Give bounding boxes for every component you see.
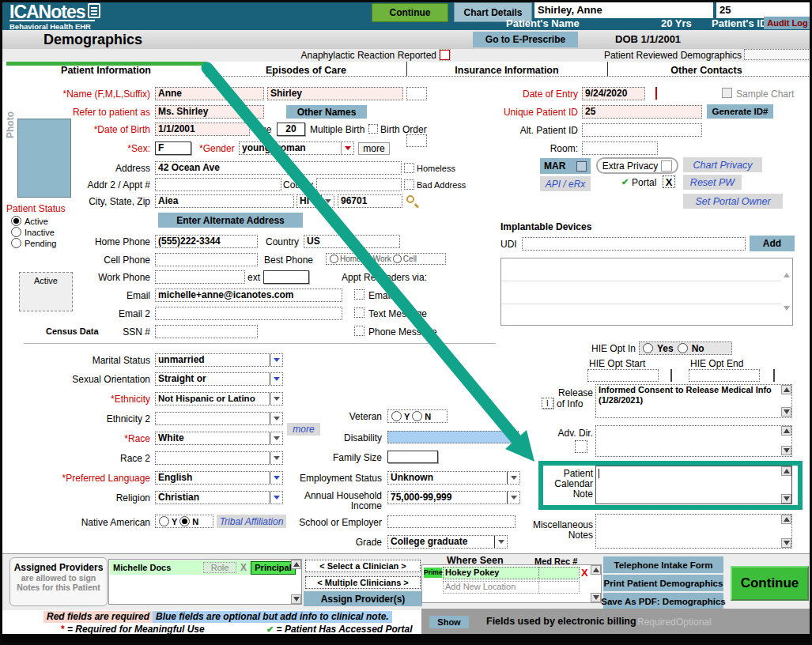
email-field[interactable]: michelle+anne@icanotes.com	[155, 289, 342, 302]
reviewed-field[interactable]	[744, 49, 810, 60]
religion-dropdown[interactable]: Christian	[155, 491, 283, 504]
race-dropdown[interactable]: White	[155, 432, 283, 445]
radio-active[interactable]	[11, 216, 21, 226]
scroll-up-icon[interactable]	[781, 515, 791, 524]
tab-other-contacts[interactable]: Other Contacts	[607, 65, 806, 76]
calendar-icon[interactable]	[655, 87, 657, 100]
eprescribe-button[interactable]: Go to E-Prescribe	[473, 32, 578, 47]
reminder-phone-checkbox[interactable]	[354, 326, 364, 336]
chevron-down-icon[interactable]	[270, 354, 282, 366]
income-dropdown[interactable]: 75,000-99,999	[387, 491, 520, 504]
zip-search-icon[interactable]	[406, 195, 414, 203]
where-seen-list[interactable]: Prime Hokey Pokey X Add New Location	[421, 564, 602, 603]
select-clinician-button[interactable]: < Select a Clinician >	[305, 560, 421, 572]
scroll-up-icon[interactable]	[781, 385, 791, 394]
work-phone-field[interactable]	[155, 270, 245, 284]
race2-dropdown[interactable]	[155, 451, 283, 465]
city-field[interactable]: Aiea	[155, 194, 294, 208]
extra-privacy-checkbox[interactable]	[661, 160, 672, 172]
email2-field[interactable]	[155, 307, 342, 320]
calendar-icon[interactable]	[773, 369, 775, 382]
chevron-down-icon[interactable]	[321, 195, 334, 207]
multiple-birth-checkbox[interactable]	[368, 124, 378, 134]
patient-id-field[interactable]: 25	[716, 2, 812, 18]
provider-role-field[interactable]: Role	[203, 562, 236, 573]
cell-phone-field[interactable]	[155, 253, 258, 266]
room-field[interactable]	[582, 141, 658, 155]
scroll-down-icon[interactable]	[781, 538, 791, 548]
multiple-clinicians-button[interactable]: < Multiple Clinicians >	[305, 576, 421, 589]
add-location-field[interactable]: Add New Location	[443, 581, 541, 594]
provider-remove-button[interactable]: X	[240, 562, 247, 573]
county-field[interactable]	[316, 178, 402, 191]
chevron-down-icon[interactable]	[341, 142, 353, 154]
family-size-field[interactable]	[387, 451, 438, 463]
chevron-down-icon[interactable]	[494, 536, 507, 548]
hie-end-field[interactable]	[689, 369, 760, 382]
radio-native-no[interactable]	[179, 516, 190, 526]
ext-field[interactable]	[263, 270, 309, 284]
grade-dropdown[interactable]: College graduate	[387, 535, 508, 549]
school-field[interactable]	[387, 515, 516, 528]
scroll-down-icon[interactable]	[784, 311, 790, 322]
continue-bottom-button[interactable]: Continue	[731, 566, 809, 601]
status-active-option[interactable]: Active	[11, 216, 48, 226]
save-pdf-button[interactable]: Save As PDF: Demographics	[603, 593, 723, 609]
radio-best-home[interactable]	[330, 255, 338, 263]
portal-checkbox[interactable]: X	[663, 175, 675, 188]
reset-pw-button[interactable]: Reset PW	[683, 175, 742, 190]
radio-best-work[interactable]	[363, 255, 372, 263]
udi-add-button[interactable]: Add	[750, 236, 795, 251]
show-button[interactable]: Show	[429, 616, 469, 628]
udi-field[interactable]	[522, 237, 746, 251]
marital-dropdown[interactable]: unmarried	[155, 353, 283, 367]
ethnicity2-dropdown[interactable]	[155, 412, 283, 425]
tab-episodes-of-care[interactable]: Episodes of Care	[206, 65, 406, 76]
scroll-up-icon[interactable]	[591, 565, 601, 575]
orientation-dropdown[interactable]: Straight or	[155, 372, 283, 386]
scroll-down-icon[interactable]	[781, 494, 791, 504]
mar-button[interactable]: MAR	[540, 158, 591, 174]
state-dropdown[interactable]: HI	[296, 194, 334, 208]
home-phone-field[interactable]: (555)222-3344	[155, 235, 258, 248]
patient-name-field[interactable]: Shirley, Anne	[534, 2, 713, 18]
release-of-info-list[interactable]: Informed Consent to Release Medical Info…	[595, 384, 792, 418]
reminder-text-checkbox[interactable]	[354, 307, 364, 318]
print-demographics-button[interactable]: Print Patient Demographics	[603, 575, 723, 591]
calendar-icon[interactable]	[670, 369, 672, 382]
principal-button[interactable]: Principal	[251, 561, 296, 575]
gender-dropdown[interactable]: young woman	[239, 141, 354, 155]
assign-providers-button[interactable]: Assign Provider(s)	[304, 591, 422, 606]
disability-field[interactable]	[387, 431, 519, 443]
implantable-devices-list[interactable]	[500, 258, 793, 326]
scroll-down-icon[interactable]	[591, 593, 601, 602]
radio-hie-yes[interactable]	[643, 343, 653, 353]
assigned-providers-list[interactable]: Michelle Docs Role X Principal	[108, 559, 302, 605]
homeless-checkbox[interactable]	[404, 163, 414, 173]
last-name-field[interactable]: Shirley	[267, 87, 403, 100]
chevron-down-icon[interactable]	[270, 393, 282, 405]
date-of-entry-field[interactable]: 9/24/2020	[582, 87, 645, 100]
radio-native-yes[interactable]	[159, 516, 169, 526]
release-info-button[interactable]: I	[542, 398, 553, 409]
generate-id-button[interactable]: Generate ID#	[707, 104, 773, 119]
scroll-up-icon[interactable]	[291, 560, 301, 569]
alternate-address-button[interactable]: Enter Alternate Address	[158, 213, 303, 228]
chevron-down-icon[interactable]	[507, 492, 519, 504]
bad-address-checkbox[interactable]	[404, 179, 414, 190]
birth-order-field[interactable]	[406, 134, 427, 147]
med-rec-field[interactable]	[538, 567, 580, 579]
scroll-up-icon[interactable]	[784, 262, 790, 273]
adv-dir-checkbox[interactable]	[575, 440, 587, 453]
language-dropdown[interactable]: English	[155, 471, 283, 485]
addr2-field[interactable]	[155, 178, 281, 191]
first-name-field[interactable]: Anne	[155, 87, 264, 100]
med-rec-field-2[interactable]	[538, 581, 580, 594]
chevron-down-icon[interactable]	[507, 472, 519, 484]
radio-veteran-no[interactable]	[412, 411, 422, 421]
suffix-field[interactable]	[406, 87, 427, 100]
scroll-down-icon[interactable]	[291, 594, 301, 604]
zip-field[interactable]: 96701	[338, 194, 402, 208]
api-erx-button[interactable]: API / eRx	[540, 176, 591, 191]
radio-veteran-yes[interactable]	[391, 411, 402, 421]
